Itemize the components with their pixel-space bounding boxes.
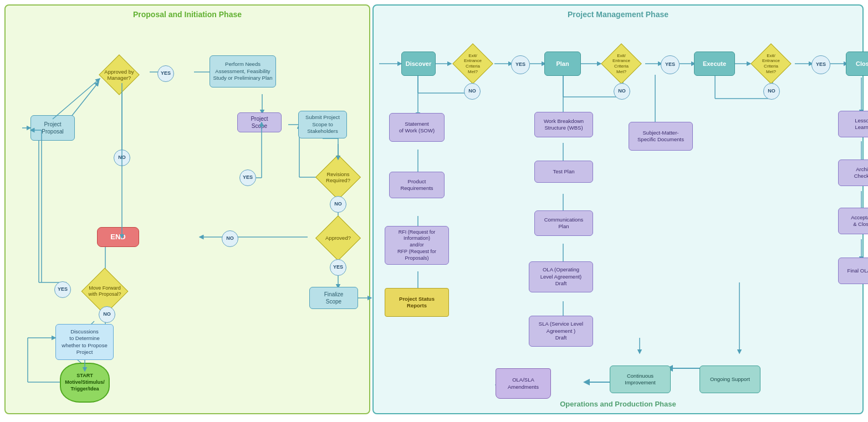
no-circle-end: NO <box>222 230 238 247</box>
exit3-diamond: Exit/EntranceCriteriaMet? <box>747 46 795 81</box>
finalize-scope-node: FinalizeScope <box>309 287 358 309</box>
no-r3: NO <box>763 83 780 100</box>
rfi-node: RFI (Request forInformation)and/orRFP (R… <box>385 226 449 265</box>
no-circle-2: NO <box>114 150 130 166</box>
yes-circle-4: YES <box>54 281 71 298</box>
project-status-node: Project StatusReports <box>385 288 449 317</box>
perform-needs-node: Perform NeedsAssessment, FeasibilityStud… <box>210 55 276 88</box>
execute-node: Execute <box>694 52 735 76</box>
yes-r3: YES <box>811 55 830 74</box>
revisions-required-diamond: RevisionsRequired? <box>308 158 369 197</box>
no-r1: NO <box>464 83 481 100</box>
exit1-diamond: Exit/EntranceCriteriaMet? <box>449 46 497 81</box>
ongoing-support-node: Ongoing Support <box>699 366 760 393</box>
wbs-node: Work BreakdownStructure (WBS) <box>534 112 593 137</box>
acceptance-node: Acceptance& Closure <box>838 208 868 234</box>
right-panel: Project Management Phase <box>372 4 864 414</box>
archive-checklist-node: ArchiveChecklist <box>838 159 868 186</box>
product-req-node: ProductRequirements <box>389 172 445 198</box>
discover-node: Discover <box>401 52 436 76</box>
yes-r2: YES <box>661 55 680 74</box>
close-node: Close <box>846 52 868 76</box>
subject-matter-node: Subject-Matter-Specific Documents <box>629 122 693 151</box>
main-container: Proposal and Initiation Phase <box>0 0 868 422</box>
ops-title: Operations and Production Phase <box>374 399 862 409</box>
submit-scope-node: Submit ProjectScope toStakeholders <box>298 111 347 138</box>
move-forward-diamond: Move Forwardwith Proposal? <box>72 271 137 311</box>
plan-node: Plan <box>544 52 581 76</box>
yes-r1: YES <box>511 55 530 74</box>
sow-node: Statementof Work (SOW) <box>389 113 445 142</box>
approved-diamond: Approved? <box>308 219 369 258</box>
start-node: STARTMotive/Stimulus/Trigger/Idea <box>60 363 110 403</box>
approved-by-manager-diamond: Approved byManager? <box>91 58 147 91</box>
comms-plan-node: CommunicationsPlan <box>534 210 593 236</box>
lessons-learned-node: LessonsLearned <box>838 111 868 137</box>
discussions-node: Discussionsto Determinewhether to Propos… <box>55 324 114 360</box>
left-panel: Proposal and Initiation Phase <box>4 4 370 414</box>
end-node: END <box>97 227 139 247</box>
yes-circle-3: YES <box>330 259 346 276</box>
right-phase-title: Project Management Phase <box>374 10 862 19</box>
yes-circle-2: YES <box>239 169 256 186</box>
no-r2: NO <box>614 83 630 100</box>
project-scope-node: ProjectScope <box>237 112 282 132</box>
exit2-diamond: Exit/EntranceCriteriaMet? <box>598 46 645 81</box>
no-circle-1: NO <box>330 196 346 213</box>
final-ola-node: Final OLA/SLA <box>838 258 868 284</box>
ola-amendments-node: OLA/SLAAmendments <box>496 368 551 399</box>
test-plan-node: Test Plan <box>534 161 593 183</box>
project-proposal-node: Project Proposal <box>30 115 75 141</box>
continuous-improvement-node: ContinuousImprovement <box>610 366 671 393</box>
ops-section: OLA/SLAAmendments ContinuousImprovement … <box>374 342 862 409</box>
left-phase-title: Proposal and Initiation Phase <box>6 10 369 19</box>
ola-draft-node: OLA (OperatingLevel Agreement)Draft <box>529 261 593 292</box>
yes-circle-1: YES <box>157 65 174 82</box>
no-circle-3: NO <box>99 306 115 323</box>
